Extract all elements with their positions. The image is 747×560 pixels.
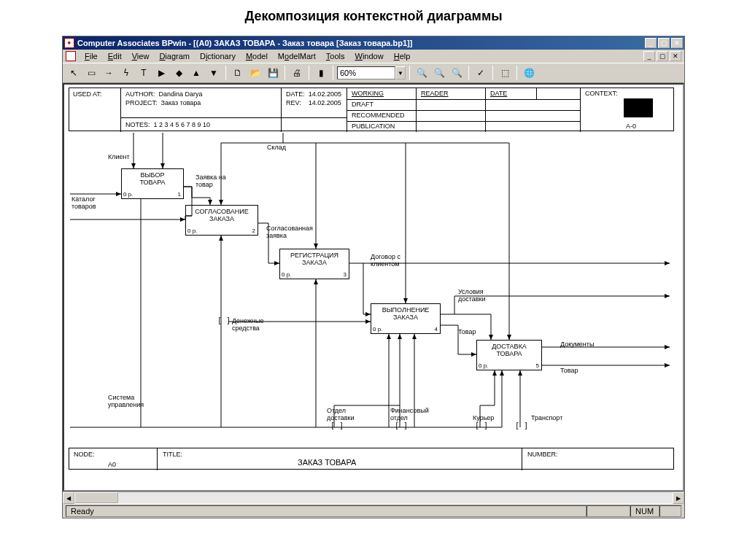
scroll-right-icon[interactable]: ▶ — [673, 492, 684, 504]
node-value: A0 — [106, 460, 118, 469]
label-tovar-out: Товар — [560, 368, 578, 375]
tunnel-icon: [ ] — [515, 421, 528, 429]
date-value: 14.02.2005 — [309, 90, 341, 98]
node-label: NODE: — [71, 450, 97, 459]
mdi-close-button[interactable]: ✕ — [670, 51, 681, 61]
status-ready: Ready — [66, 505, 587, 517]
toolbar: ↖ ▭ → ϟ T ▶ ◆ ▲ ▼ 🗋 📂 💾 🖨 ▮ ▼ 🔍 🔍 🔍 ✓ ⬚ … — [63, 63, 684, 83]
publication-label: PUBLICATION — [349, 122, 397, 131]
tunnel-icon: [ ] — [475, 421, 488, 429]
menu-dictionary[interactable]: Dictionary — [196, 51, 240, 61]
close-button[interactable]: ✕ — [671, 38, 683, 48]
label-sistema: Системауправления — [108, 394, 144, 409]
pointer-tool-icon[interactable]: ↖ — [66, 65, 82, 81]
draft-label: DRAFT — [349, 100, 376, 109]
spellcheck-icon[interactable]: ✓ — [473, 65, 489, 81]
drill-down-icon[interactable]: ▶ — [153, 65, 169, 81]
label-tovar: Товар — [458, 329, 476, 336]
tunnel-icon: [ ] — [330, 421, 344, 429]
zoom-out-icon[interactable]: 🔍 — [449, 65, 465, 81]
horizontal-scrollbar[interactable]: ◀ ▶ — [63, 491, 684, 503]
child-icon[interactable]: ▼ — [206, 65, 222, 81]
working-label: WORKING — [349, 89, 386, 98]
label-soglas: Согласованнаязаявка — [266, 225, 313, 240]
go-up-icon[interactable]: ◆ — [171, 65, 187, 81]
label-usloviya: Условиядоставки — [458, 289, 486, 303]
reader-label: READER — [419, 89, 451, 98]
menu-tools[interactable]: Tools — [322, 51, 349, 61]
project-value: Заказ товара — [161, 99, 201, 106]
page-heading: Декомпозиция контекстной диаграммы — [0, 0, 747, 36]
report-icon[interactable]: ▮ — [313, 65, 329, 81]
label-dogovor: Договор склиентом — [371, 254, 400, 268]
open-icon[interactable]: 📂 — [247, 65, 263, 81]
context-code: A-0 — [624, 122, 638, 131]
activity-tool-icon[interactable]: ▭ — [83, 65, 99, 81]
label-klient: Клиент — [108, 154, 130, 161]
tunnel-icon: [ ] — [395, 421, 408, 429]
menu-help[interactable]: Help — [390, 51, 415, 61]
model-explorer-icon[interactable]: ⬚ — [497, 65, 513, 81]
text-tool-icon[interactable]: T — [136, 65, 152, 81]
recommended-label: RECOMMENDED — [349, 111, 407, 120]
activity-5[interactable]: ДОСТАВКАТОВАРА 0 р.5 — [476, 340, 542, 370]
menu-file[interactable]: File — [80, 51, 102, 61]
save-icon[interactable]: 💾 — [265, 65, 281, 81]
scroll-left-icon[interactable]: ◀ — [63, 492, 74, 504]
label-transport: Транспорт — [531, 415, 562, 422]
modelmart-icon[interactable]: 🌐 — [521, 65, 537, 81]
zoom-fit-icon[interactable]: 🔍 — [414, 65, 430, 81]
label-dokumenty: Документы — [560, 341, 594, 349]
scrollbar-thumb[interactable] — [74, 492, 118, 503]
zoom-combo[interactable]: ▼ — [337, 66, 406, 79]
context-label: CONTEXT: — [583, 89, 620, 98]
author-value: Dandina Darya — [159, 90, 203, 98]
maximize-button[interactable]: ▢ — [658, 38, 670, 48]
menu-modelmart[interactable]: ModelMart — [274, 51, 320, 61]
notes-value: 1 2 3 4 5 6 7 8 9 10 — [154, 121, 211, 128]
label-katalog: Каталогтоваров — [71, 196, 96, 211]
statusbar: Ready NUM — [63, 503, 684, 518]
notes-label: NOTES: — [125, 121, 150, 128]
app-icon: ✦ — [64, 38, 74, 48]
activity-3[interactable]: РЕГИСТРАЦИЯЗАКАЗА 0 р.3 — [279, 249, 349, 279]
doc-icon — [66, 51, 76, 61]
title-value: ЗАКАЗ ТОВАРА — [295, 457, 358, 467]
rev-value: 14.02.2005 — [309, 99, 341, 106]
title-label: TITLE: — [160, 450, 185, 459]
activity-1[interactable]: ВЫБОРТОВАРА 0 р.1 — [121, 168, 184, 199]
diagram-arrows — [64, 85, 683, 490]
menubar: File Edit View Diagram Dictionary Model … — [63, 50, 684, 63]
window-title: Computer Associates BPwin - [(A0) ЗАКАЗ … — [77, 39, 645, 47]
idef0-header: USED AT: AUTHOR: Dandina Darya PROJECT: … — [69, 88, 674, 131]
new-icon[interactable]: 🗋 — [230, 65, 246, 81]
diagram-canvas[interactable]: USED AT: AUTHOR: Dandina Darya PROJECT: … — [63, 83, 684, 491]
minimize-button[interactable]: _ — [645, 38, 657, 48]
parent-icon[interactable]: ▲ — [188, 65, 204, 81]
menu-view[interactable]: View — [128, 51, 154, 61]
zoom-dropdown-icon[interactable]: ▼ — [395, 66, 406, 79]
titlebar: ✦ Computer Associates BPwin - [(A0) ЗАКА… — [63, 36, 684, 50]
number-label: NUMBER: — [525, 450, 560, 459]
date-label: DATE: — [286, 90, 305, 98]
arrow-tool-icon[interactable]: → — [101, 65, 117, 81]
mdi-minimize-button[interactable]: _ — [643, 51, 655, 61]
menu-model[interactable]: Model — [241, 51, 272, 61]
menu-window[interactable]: Window — [351, 51, 388, 61]
activity-2[interactable]: СОГЛАСОВАНИЕЗАКАЗА 0 р.2 — [185, 205, 258, 236]
squiggle-tool-icon[interactable]: ϟ — [118, 65, 134, 81]
menu-diagram[interactable]: Diagram — [155, 51, 194, 61]
zoom-input[interactable] — [337, 66, 395, 79]
activity-4[interactable]: ВЫПОЛНЕНИЕЗАКАЗА 0 р.4 — [371, 303, 441, 334]
label-otdel: Отделдоставки — [327, 408, 355, 422]
hdate-label: DATE — [488, 89, 509, 98]
zoom-in-icon[interactable]: 🔍 — [431, 65, 447, 81]
label-zayavka: Заявка натовар — [196, 174, 226, 189]
tunnel-icon: [ ] — [217, 316, 231, 324]
label-denezh: Денежныесредства — [232, 318, 263, 332]
print-icon[interactable]: 🖨 — [289, 65, 305, 81]
mdi-maximize-button[interactable]: ▢ — [657, 51, 668, 61]
menu-edit[interactable]: Edit — [104, 51, 126, 61]
status-num: NUM — [630, 505, 659, 517]
rev-label: REV: — [286, 99, 301, 106]
